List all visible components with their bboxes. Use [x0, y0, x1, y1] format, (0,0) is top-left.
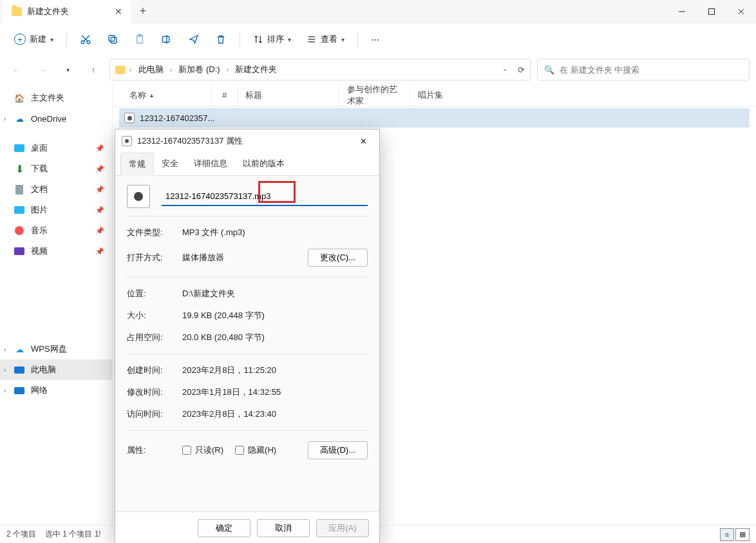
accessed-label: 访问时间: — [127, 408, 182, 420]
sidebar-label: 视频 — [31, 245, 48, 257]
column-artist[interactable]: 参与创作的艺术家 — [339, 84, 410, 106]
sidebar-pictures[interactable]: 图片📌 — [0, 200, 112, 220]
dialog-body: 文件类型:MP3 文件 (.mp3) 打开方式:媒体播放器更改(C)... 位置… — [115, 176, 379, 511]
size-label: 大小: — [127, 310, 182, 321]
sort-button[interactable]: 排序 ▾ — [247, 28, 298, 51]
toolbar: + 新建 ▾ 排序 ▾ 查看 ▾ ⋯ — [0, 23, 756, 55]
ondisk-value: 20.0 KB (20,480 字节) — [182, 332, 368, 343]
media-file-icon — [122, 136, 132, 146]
tab-general[interactable]: 常规 — [120, 153, 154, 176]
status-count: 2 个项目 — [6, 529, 36, 540]
media-file-icon — [124, 113, 135, 123]
document-icon — [15, 185, 23, 195]
attributes-label: 属性: — [127, 444, 182, 456]
home-icon: 🏠 — [14, 93, 24, 103]
hidden-checkbox[interactable]: 隐藏(H) — [235, 444, 276, 456]
details-view-button[interactable]: ≡ — [720, 528, 734, 541]
forward-button[interactable]: → — [32, 60, 52, 79]
sidebar-downloads[interactable]: ⬇下载📌 — [0, 158, 112, 179]
chevron-right-icon[interactable]: › — [4, 346, 6, 353]
sidebar-onedrive[interactable]: › ☁ OneDrive — [0, 108, 112, 129]
back-button[interactable]: ← — [6, 60, 26, 79]
tab-security[interactable]: 安全 — [154, 153, 186, 175]
tab-details[interactable]: 详细信息 — [186, 153, 235, 175]
cut-button[interactable] — [73, 28, 98, 51]
refresh-icon[interactable]: ⟳ — [518, 65, 525, 75]
new-button[interactable]: + 新建 ▾ — [8, 28, 60, 51]
sidebar-wps[interactable]: ›☁WPS网盘 — [0, 339, 112, 359]
sidebar-home[interactable]: 🏠 主文件夹 — [0, 88, 112, 108]
sidebar-desktop[interactable]: 桌面📌 — [0, 138, 112, 158]
new-tab-button[interactable]: + — [131, 5, 155, 18]
sidebar-music[interactable]: 音乐📌 — [0, 220, 112, 241]
column-headers: 名称▴ # 标题 参与创作的艺术家 唱片集 — [113, 84, 756, 107]
breadcrumb-item[interactable]: 此电脑 — [136, 62, 166, 77]
sidebar-label: 此电脑 — [31, 364, 56, 376]
chevron-right-icon[interactable]: › — [4, 115, 6, 122]
sidebar-thispc[interactable]: ›此电脑 — [0, 359, 112, 380]
chevron-down-icon[interactable]: ⌄ — [502, 65, 507, 75]
apply-button[interactable]: 应用(A) — [316, 519, 369, 537]
location-label: 位置: — [127, 288, 182, 300]
up-button[interactable]: ↑ — [84, 60, 103, 79]
openwith-label: 打开方式: — [127, 252, 182, 263]
tab-previous-versions[interactable]: 以前的版本 — [235, 153, 292, 175]
properties-dialog: 12312-1674023573137 属性 ✕ 常规 安全 详细信息 以前的版… — [115, 129, 380, 543]
picture-icon — [14, 206, 24, 214]
folder-icon — [115, 66, 126, 74]
cancel-button[interactable]: 取消 — [257, 519, 310, 537]
sidebar-network[interactable]: ›网络 — [0, 380, 112, 401]
tab-close-icon[interactable]: ✕ — [115, 6, 122, 17]
openwith-value: 媒体播放器 — [182, 252, 308, 263]
filename-input[interactable] — [162, 187, 368, 206]
column-title[interactable]: 标题 — [238, 84, 339, 106]
view-button[interactable]: 查看 ▾ — [300, 28, 351, 51]
filetype-value: MP3 文件 (.mp3) — [182, 227, 368, 238]
download-icon: ⬇ — [14, 164, 24, 174]
size-value: 19.9 KB (20,448 字节) — [182, 310, 368, 321]
sort-asc-icon: ▴ — [150, 91, 153, 99]
more-button[interactable]: ⋯ — [364, 28, 386, 51]
sidebar-documents[interactable]: 文档📌 — [0, 179, 112, 200]
created-value: 2023年2月8日，11:25:20 — [182, 365, 368, 376]
chevron-down-icon: ▾ — [341, 36, 345, 43]
separator — [66, 32, 67, 47]
breadcrumb-item[interactable]: 新建文件夹 — [232, 62, 279, 77]
minimize-button[interactable] — [667, 0, 697, 23]
sidebar-label: WPS网盘 — [31, 343, 67, 355]
column-album[interactable]: 唱片集 — [410, 84, 468, 106]
search-box[interactable]: 🔍 — [537, 59, 750, 81]
chevron-right-icon[interactable]: › — [4, 387, 6, 394]
pin-icon: 📌 — [95, 247, 104, 256]
advanced-button[interactable]: 高级(D)... — [308, 441, 368, 459]
file-name: 12312-167402357... — [140, 113, 214, 123]
file-row[interactable]: 12312-167402357... — [119, 108, 750, 128]
close-button[interactable] — [726, 0, 756, 23]
delete-button[interactable] — [209, 28, 233, 51]
share-button[interactable] — [182, 28, 206, 51]
file-type-icon — [127, 185, 150, 208]
breadcrumb-item[interactable]: 新加卷 (D:) — [176, 62, 222, 77]
search-input[interactable] — [560, 65, 742, 75]
recent-button[interactable]: ▾ — [58, 60, 77, 79]
chevron-right-icon: › — [129, 66, 132, 73]
paste-button[interactable] — [128, 28, 152, 51]
column-name[interactable]: 名称▴ — [122, 84, 212, 106]
dialog-titlebar[interactable]: 12312-1674023573137 属性 ✕ — [115, 129, 379, 153]
chevron-right-icon[interactable]: › — [4, 367, 6, 374]
dialog-close-button[interactable]: ✕ — [354, 131, 373, 151]
readonly-checkbox[interactable]: 只读(R) — [182, 444, 223, 456]
column-number[interactable]: # — [212, 84, 238, 106]
rename-button[interactable] — [155, 28, 179, 51]
address-bar[interactable]: › 此电脑 › 新加卷 (D:) › 新建文件夹 ⌄ ⟳ — [109, 59, 531, 81]
icons-view-button[interactable]: ▦ — [735, 528, 750, 541]
accessed-value: 2023年2月8日，14:23:40 — [182, 408, 368, 420]
maximize-button[interactable] — [697, 0, 726, 23]
copy-button[interactable] — [100, 28, 125, 51]
window-tab[interactable]: 新建文件夹 ✕ — [3, 0, 131, 23]
modified-label: 修改时间: — [127, 386, 182, 398]
sidebar-videos[interactable]: 视频📌 — [0, 241, 112, 262]
separator — [357, 32, 358, 47]
ok-button[interactable]: 确定 — [198, 519, 250, 537]
change-button[interactable]: 更改(C)... — [308, 249, 368, 267]
